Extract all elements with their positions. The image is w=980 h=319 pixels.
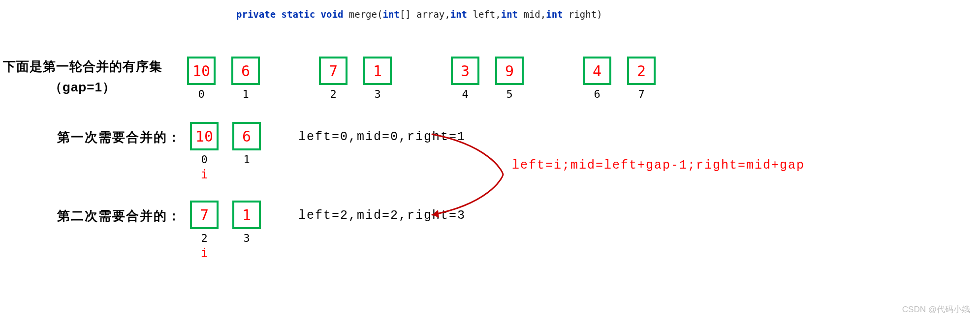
array-pair: 72 13 [319,57,408,100]
array-index: 1 [242,88,249,100]
array-pair: 34 95 [451,57,539,100]
merge-index: 3 [243,232,250,244]
merge-box: 10 [190,122,219,150]
array-index: 3 [374,88,380,100]
array-cell: 100 [187,57,216,100]
array-box: 4 [583,57,611,85]
merge-label-2: 第二次需要合并的： [38,201,181,225]
param: mid, [518,9,546,20]
merge-row-1: 第一次需要合并的： 10 0 i 6 1 left=0,mid=0,right=… [38,122,466,181]
keyword: int [450,9,467,20]
keyword: int [382,9,399,20]
array-index: 4 [462,88,468,100]
array-row: 100 61 72 13 34 95 46 27 [187,57,715,100]
merge-index: 0 [201,153,207,166]
array-cell: 46 [583,57,611,100]
i-pointer: i [201,168,208,181]
code-signature: private static void merge(int[] array,in… [236,9,602,20]
array-index: 0 [198,88,204,100]
array-box: 3 [451,57,479,85]
merge-cell: 6 1 [232,122,261,181]
merge-cell: 10 0 i [190,122,219,181]
merge-cell: 7 2 i [190,201,219,260]
watermark: CSDN @代码小娥 [902,304,970,315]
array-cell: 34 [451,57,479,100]
array-box: 7 [319,57,348,85]
merge-label-1: 第一次需要合并的： [38,122,181,146]
caption-line2: （gap=1） [49,79,116,96]
param: left, [467,9,501,20]
merge-boxes-2: 7 2 i 1 3 [190,201,275,260]
merge-boxes-1: 10 0 i 6 1 [190,122,275,181]
array-box: 2 [627,57,656,85]
array-box: 10 [187,57,216,85]
array-pair: 100 61 [187,57,276,100]
array-cell: 13 [363,57,392,100]
caption-line1: 下面是第一轮合并的有序集 [3,58,162,75]
param: right) [563,9,602,20]
merge-box: 7 [190,201,219,229]
array-index: 6 [594,88,600,100]
merge-cell: 1 3 [232,201,261,260]
array-pair: 46 27 [583,57,671,100]
keyword: private static void [236,9,343,20]
array-cell: 61 [231,57,260,100]
merge-box: 1 [232,201,261,229]
paren: ( [377,9,382,20]
array-index: 7 [638,88,644,100]
merge-index: 1 [243,153,250,166]
array-index: 2 [330,88,336,100]
array-box: 1 [363,57,392,85]
merge-info-1: left=0,mid=0,right=1 [298,122,466,144]
param: [] array, [400,9,450,20]
keyword: int [501,9,518,20]
keyword: int [546,9,563,20]
merge-row-2: 第二次需要合并的： 7 2 i 1 3 left=2,mid=2,right=3 [38,201,466,260]
array-cell: 27 [627,57,656,100]
array-cell: 95 [495,57,524,100]
merge-index: 2 [201,232,207,244]
array-box: 6 [231,57,260,85]
formula-text: left=i;mid=left+gap-1;right=mid+gap [512,158,805,173]
array-cell: 72 [319,57,348,100]
array-box: 9 [495,57,524,85]
array-index: 5 [506,88,512,100]
i-pointer: i [201,246,208,260]
merge-info-2: left=2,mid=2,right=3 [298,201,466,223]
fn-name: merge [343,9,377,20]
merge-box: 6 [232,122,261,150]
